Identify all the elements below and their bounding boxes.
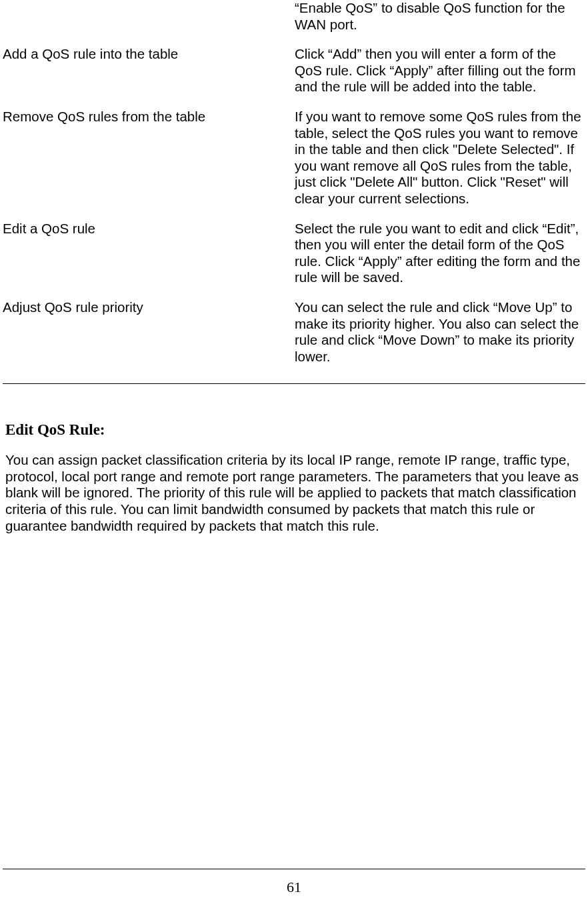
row-desc: Click “Add” then you will enter a form o… [295,46,585,95]
page-content: “Enable QoS” to disable QoS function for… [0,0,588,534]
table-row: Add a QoS rule into the table Click “Add… [3,46,585,95]
definition-table: “Enable QoS” to disable QoS function for… [3,0,585,365]
row-desc: If you want to remove some QoS rules fro… [295,109,585,207]
section-paragraph: You can assign packet classification cri… [3,452,585,534]
section-divider [3,383,585,384]
table-row: Adjust QoS rule priority You can select … [3,299,585,365]
table-row: Remove QoS rules from the table If you w… [3,109,585,207]
row-label: Edit a QoS rule [3,221,295,286]
row-desc: Select the rule you want to edit and cli… [295,221,585,286]
row-label: Remove QoS rules from the table [3,109,295,207]
page-number: 61 [0,879,588,896]
section-heading: Edit QoS Rule: [3,421,585,439]
row-desc: You can select the rule and click “Move … [295,299,585,365]
footer-divider [3,869,585,869]
table-row: Edit a QoS rule Select the rule you want… [3,221,585,286]
table-row-desc: “Enable QoS” to disable QoS function for… [295,0,585,33]
row-label: Adjust QoS rule priority [3,299,295,365]
row-label: Add a QoS rule into the table [3,46,295,95]
